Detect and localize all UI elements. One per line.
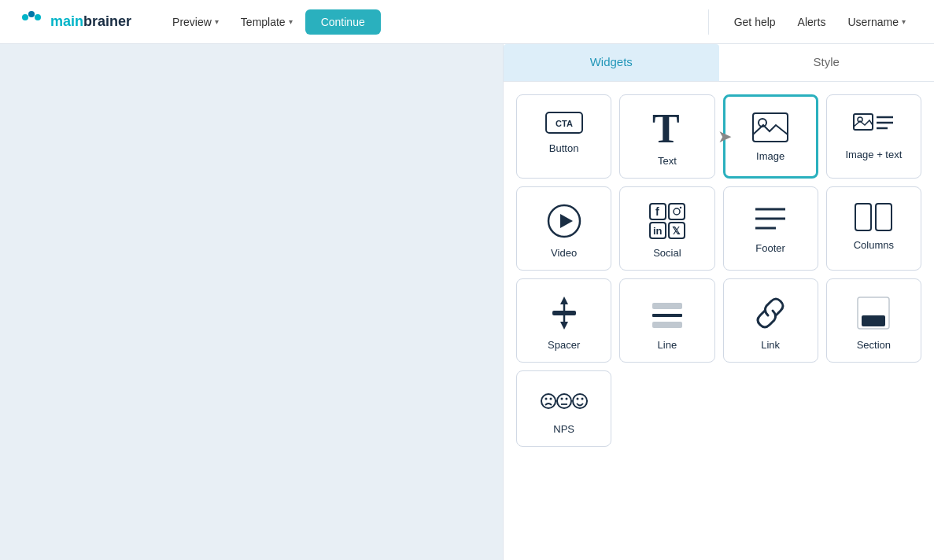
editor-canvas[interactable] <box>0 44 503 560</box>
svg-rect-17 <box>669 204 685 219</box>
svg-point-0 <box>22 14 28 20</box>
widget-grid: CTA Button T ➤ Text <box>504 82 934 459</box>
svg-rect-32 <box>552 311 576 315</box>
columns-label: Columns <box>854 239 894 251</box>
preview-button[interactable]: Preview ▾ <box>163 9 228 35</box>
right-panel: Widgets Style CTA Button <box>503 44 934 560</box>
text-label: Text <box>658 155 677 167</box>
logo-icon <box>19 9 44 35</box>
widget-section[interactable]: Section <box>826 278 921 363</box>
svg-point-39 <box>545 398 547 400</box>
spacer-icon <box>546 295 582 331</box>
image-label: Image <box>756 150 784 162</box>
username-chevron: ▾ <box>902 17 906 26</box>
footer-label: Footer <box>755 242 785 254</box>
svg-point-1 <box>28 11 35 17</box>
image-text-icon <box>853 111 894 141</box>
svg-marker-31 <box>560 322 568 330</box>
svg-text:f: f <box>655 205 659 218</box>
svg-point-19 <box>680 207 681 208</box>
widget-link[interactable]: Link <box>723 278 818 363</box>
video-label: Video <box>551 247 577 259</box>
svg-rect-37 <box>862 315 885 326</box>
svg-point-43 <box>565 398 567 400</box>
svg-marker-30 <box>560 297 568 304</box>
nav-links: Preview ▾ Template ▾ Continue <box>163 9 708 35</box>
svg-rect-34 <box>652 314 682 317</box>
nps-icon <box>541 387 588 415</box>
username-button[interactable]: Username ▾ <box>838 9 915 35</box>
tab-style[interactable]: Style <box>719 44 935 81</box>
svg-point-40 <box>549 398 552 400</box>
widget-footer[interactable]: Footer <box>723 186 818 271</box>
widget-text[interactable]: T ➤ Text <box>619 94 714 179</box>
svg-rect-35 <box>652 322 682 328</box>
panel-tabs: Widgets Style <box>504 44 934 82</box>
widget-video[interactable]: Video <box>516 186 611 271</box>
link-label: Link <box>761 339 780 351</box>
main-layout: Widgets Style CTA Button <box>0 44 934 560</box>
button-label: Button <box>549 142 579 154</box>
widget-spacer[interactable]: Spacer <box>516 278 611 363</box>
alerts-button[interactable]: Alerts <box>788 9 836 35</box>
svg-point-38 <box>541 394 556 408</box>
social-icon: f in 𝕏 <box>649 203 685 239</box>
svg-marker-14 <box>560 214 573 228</box>
spacer-label: Spacer <box>548 339 580 351</box>
svg-point-47 <box>581 398 583 400</box>
preview-chevron: ▾ <box>215 17 219 26</box>
svg-rect-6 <box>753 113 788 142</box>
widget-button[interactable]: CTA Button <box>516 94 611 179</box>
arrow-indicator: ➤ <box>718 127 732 147</box>
svg-text:CTA: CTA <box>556 119 573 128</box>
template-button[interactable]: Template ▾ <box>231 9 302 35</box>
video-icon <box>546 203 582 239</box>
line-icon <box>649 295 685 331</box>
continue-button[interactable]: Continue <box>305 9 381 35</box>
section-icon <box>855 295 892 331</box>
tab-widgets[interactable]: Widgets <box>504 44 719 81</box>
widget-nps[interactable]: NPS <box>516 370 611 447</box>
svg-rect-28 <box>876 204 892 230</box>
logo: mainbrainer <box>19 9 131 35</box>
svg-point-2 <box>35 14 41 20</box>
svg-point-41 <box>557 394 571 408</box>
get-help-button[interactable]: Get help <box>725 9 785 35</box>
line-label: Line <box>658 339 677 351</box>
svg-text:T: T <box>652 111 680 147</box>
svg-text:in: in <box>653 225 663 237</box>
widget-line[interactable]: Line <box>619 278 714 363</box>
nav-right: Get help Alerts Username ▾ <box>708 9 915 35</box>
svg-rect-33 <box>652 303 682 309</box>
logo-text: mainbrainer <box>50 13 131 30</box>
button-icon: CTA <box>545 111 584 134</box>
svg-point-42 <box>560 398 563 400</box>
social-label: Social <box>653 247 681 259</box>
nps-label: NPS <box>553 423 574 435</box>
svg-point-18 <box>674 208 680 215</box>
svg-rect-8 <box>854 114 873 130</box>
template-chevron: ▾ <box>289 17 293 26</box>
image-icon <box>752 112 788 142</box>
section-label: Section <box>857 339 891 351</box>
navbar: mainbrainer Preview ▾ Template ▾ Continu… <box>0 0 934 44</box>
svg-point-46 <box>576 398 578 400</box>
link-icon <box>752 295 788 331</box>
widget-social[interactable]: f in 𝕏 Social <box>619 186 714 271</box>
svg-text:𝕏: 𝕏 <box>672 225 681 237</box>
svg-rect-27 <box>855 204 871 230</box>
widget-columns[interactable]: Columns <box>826 186 921 271</box>
footer-icon <box>752 203 788 234</box>
widget-image[interactable]: Image <box>723 94 818 179</box>
columns-icon <box>855 203 892 231</box>
image-text-label: Image + text <box>845 149 902 160</box>
widget-image-text[interactable]: Image + text <box>826 94 921 179</box>
text-icon: T <box>652 111 682 147</box>
